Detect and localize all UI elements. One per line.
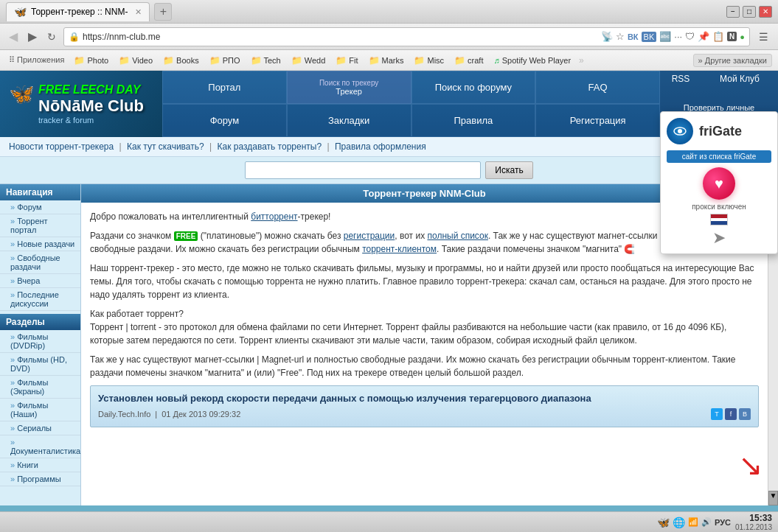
nav-register[interactable]: Регистрация (535, 104, 660, 137)
ext-icon2[interactable]: 📋 (712, 31, 724, 42)
bookmark-books[interactable]: 📁Books (159, 54, 203, 67)
minimize-button[interactable]: − (726, 6, 740, 18)
bookmark-craft[interactable]: 📁craft (451, 54, 487, 67)
twitter-share[interactable]: T (711, 408, 723, 420)
scroll-down[interactable]: ▼ (768, 491, 778, 505)
forward-button[interactable]: ▶ (25, 28, 40, 45)
intro-text: Добро пожаловать на интеллигентный битто… (90, 210, 759, 223)
nav-forum-search[interactable]: Поиск по форуму (411, 71, 536, 104)
sidebar-item-screens[interactable]: Фильмы (Экраны) (0, 376, 80, 399)
nav-bookmarks[interactable]: Закладки (287, 104, 411, 137)
status-icons: 🦋 🌐 📶 🔊 РУС (657, 517, 731, 528)
frigate-flag (667, 214, 771, 225)
nav-faq[interactable]: FAQ (535, 71, 660, 104)
bookmark-misc[interactable]: 📁Misc (410, 54, 448, 67)
bookmarks-bar: ⠿ Приложения 📁Photo 📁Video 📁Books 📁РПО 📁… (0, 50, 778, 71)
nav-rules[interactable]: Правила (411, 104, 536, 137)
system-tray-icon2: 🌐 (673, 517, 685, 528)
bookmark-spotify[interactable]: ♬Spotify Web Player (490, 55, 575, 66)
language-label[interactable]: РУС (715, 518, 731, 527)
star-icon[interactable]: ☆ (616, 31, 625, 42)
link-how-seed[interactable]: Как раздавать торренты? (218, 141, 322, 152)
sidebar-item-last-disc[interactable]: Последние дискуссии (0, 288, 80, 311)
nav-tracker-search[interactable]: Поиск по трекеру Трекер (287, 71, 411, 104)
free-badge: FREE (174, 231, 198, 241)
nav-forum[interactable]: Форум (162, 104, 287, 137)
rss-icon[interactable]: 📡 (601, 31, 613, 42)
sidebar-item-dvdrip[interactable]: Фильмы (DVDRip) (0, 330, 80, 353)
sidebar-item-books[interactable]: Книги (0, 458, 80, 472)
title-bar: 🦋 Торрент-трекер :: NNM- ✕ + − □ ✕ (0, 0, 778, 24)
bookmark-video[interactable]: 📁Video (115, 54, 156, 67)
bookmark-wedd[interactable]: 📁Wedd (288, 54, 330, 67)
vk-share[interactable]: B (739, 408, 751, 420)
free-leech-label: FREE LEECH DAY (38, 83, 153, 97)
frigate-heart-button[interactable]: ♥ (703, 167, 735, 200)
sidebar-item-docs[interactable]: Документалистика (0, 435, 80, 458)
apps-button[interactable]: ⠿ Приложения (6, 54, 67, 66)
frigate-proxy-status: прокси включен (667, 203, 771, 211)
menu-button[interactable]: ☰ (754, 28, 772, 46)
ext-icon3[interactable]: N (727, 32, 737, 41)
frigate-popup: friGate сайт из списка friGate ♥ прокси … (660, 111, 778, 254)
time-display: 15:33 (749, 513, 772, 523)
news-separator: | (155, 408, 157, 421)
page-content: 🦋 FREE LEECH DAY NōNāMe Club tracker & f… (0, 71, 778, 511)
content-p2: Наш торрент-трекер - это место, где можн… (90, 262, 759, 301)
network-icon: 📶 (688, 517, 698, 527)
maximize-button[interactable]: □ (743, 6, 756, 18)
social-share-icons: T f B (711, 408, 751, 420)
close-button[interactable]: ✕ (759, 6, 772, 18)
volume-icon: 🔊 (701, 517, 712, 527)
refresh-button[interactable]: ↻ (44, 29, 59, 44)
sidebar-item-portal[interactable]: Торрент портал (0, 214, 80, 237)
sidebar-item-programs[interactable]: Программы (0, 472, 80, 486)
ext-icon4[interactable]: ● (740, 32, 745, 41)
bookmark-marks[interactable]: 📁Marks (365, 54, 408, 67)
sidebar-item-forum[interactable]: Форум (0, 200, 80, 214)
link-rules[interactable]: Правила оформления (335, 141, 426, 152)
back-button[interactable]: ◀ (6, 28, 21, 45)
link-news[interactable]: Новости торрент-трекера (9, 141, 114, 152)
news-meta: Daily.Tech.Info | 01 Дек 2013 09:29:32 T… (98, 408, 751, 421)
news-title[interactable]: Установлен новый рекорд скорости передач… (98, 392, 751, 405)
sidebar-item-new[interactable]: Новые раздачи (0, 237, 80, 251)
frigate-logo (667, 118, 693, 144)
tab-close-button[interactable]: ✕ (135, 7, 142, 17)
address-input[interactable] (83, 32, 598, 42)
nav-moy-club[interactable]: Мой Клуб (701, 71, 778, 87)
nav-rss[interactable]: RSS (660, 71, 701, 87)
sidebar-item-yesterday[interactable]: Вчера (0, 274, 80, 288)
new-tab-button[interactable]: + (154, 3, 172, 21)
nav-portal[interactable]: Портал (162, 71, 287, 104)
tab-title: Торрент-трекер :: NNM- (31, 7, 128, 17)
folder-icon: 📁 (251, 55, 262, 66)
sidebar-item-serials[interactable]: Сериалы (0, 421, 80, 435)
sidebar-item-ours[interactable]: Фильмы (Наши) (0, 399, 80, 421)
bookmark-rpo[interactable]: 📁РПО (206, 54, 244, 67)
system-tray-icon1: 🦋 (657, 517, 670, 528)
sidebar-item-free[interactable]: Свободные раздачи (0, 251, 80, 274)
site-search-button[interactable]: Искать (485, 161, 532, 179)
frigate-site-list-btn[interactable]: сайт из списка friGate (667, 150, 771, 163)
svg-point-1 (678, 129, 682, 133)
link-how-download[interactable]: Как тут скачивать? (127, 141, 204, 152)
bookmark-icon[interactable]: ВK (642, 32, 657, 42)
more-icon[interactable]: ··· (674, 31, 682, 42)
ext-icon1[interactable]: 📌 (698, 31, 709, 42)
clock: 15:33 01.12.2013 (735, 513, 772, 531)
shield-icon: 🛡 (685, 31, 695, 42)
sidebar-item-hddvd[interactable]: Фильмы (HD, DVD) (0, 353, 80, 376)
address-bar[interactable]: 🔒 📡 ☆ ВК ВK 🔤 ··· 🛡 📌 📋 N ● (63, 27, 750, 46)
bookmark-fit[interactable]: 📁Fit (332, 54, 361, 67)
sidebar: Навигация Форум Торрент портал Новые раз… (0, 184, 81, 505)
site-search-input[interactable] (245, 161, 481, 179)
other-bookmarks[interactable]: » Другие закладки (693, 54, 772, 67)
facebook-share[interactable]: f (725, 408, 737, 420)
translate-icon[interactable]: 🔤 (659, 31, 671, 42)
bookmark-tech[interactable]: 📁Tech (247, 54, 285, 67)
separator: | (327, 141, 329, 152)
bookmark-photo[interactable]: 📁Photo (70, 54, 112, 67)
active-tab[interactable]: 🦋 Торрент-трекер :: NNM- ✕ (6, 2, 150, 21)
sidebar-nav-title: Навигация (0, 184, 80, 200)
